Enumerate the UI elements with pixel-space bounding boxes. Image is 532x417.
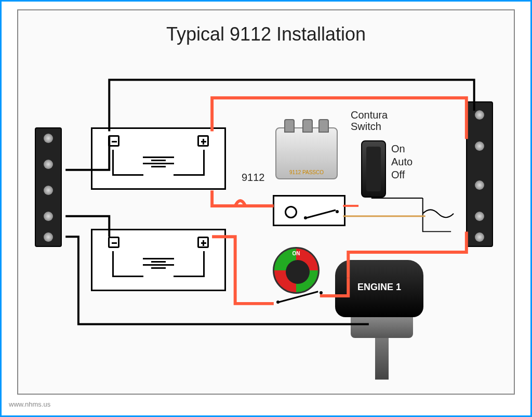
outboard-engine: ENGINE 1 xyxy=(335,260,429,374)
diagram-title: Typical 9112 Installation xyxy=(18,23,514,45)
diagram-panel: Typical 9112 Installation 9112 PASSCO xyxy=(17,9,515,395)
battery-2-positive-terminal xyxy=(197,237,209,248)
contura-off-label: Off xyxy=(391,169,405,181)
solenoid-sticker: 9112 PASSCO xyxy=(276,170,337,175)
watermark: www.nhms.us xyxy=(9,400,50,408)
battery-rotary-switch: ON xyxy=(273,247,320,294)
contura-auto-label: Auto xyxy=(391,156,413,168)
contura-on-label: On xyxy=(391,143,405,155)
negative-busbar xyxy=(35,127,62,247)
wiring-overlay xyxy=(18,10,514,394)
engine-label: ENGINE 1 xyxy=(335,282,423,293)
contura-switch xyxy=(361,140,386,198)
battery-1-positive-terminal xyxy=(197,135,209,147)
battery-2-negative-terminal xyxy=(108,237,119,248)
contura-title-label: Contura Switch xyxy=(351,109,388,132)
battery-2 xyxy=(91,229,226,291)
rotary-on-label: ON xyxy=(274,251,318,256)
positive-busbar xyxy=(466,101,493,247)
solenoid-label: 9112 xyxy=(242,172,265,184)
outer-frame: Typical 9112 Installation 9112 PASSCO xyxy=(0,0,532,417)
battery-1-negative-terminal xyxy=(108,135,119,147)
circuit-breaker xyxy=(273,195,345,226)
solenoid-9112: 9112 PASSCO xyxy=(275,127,338,179)
battery-1 xyxy=(91,127,226,190)
